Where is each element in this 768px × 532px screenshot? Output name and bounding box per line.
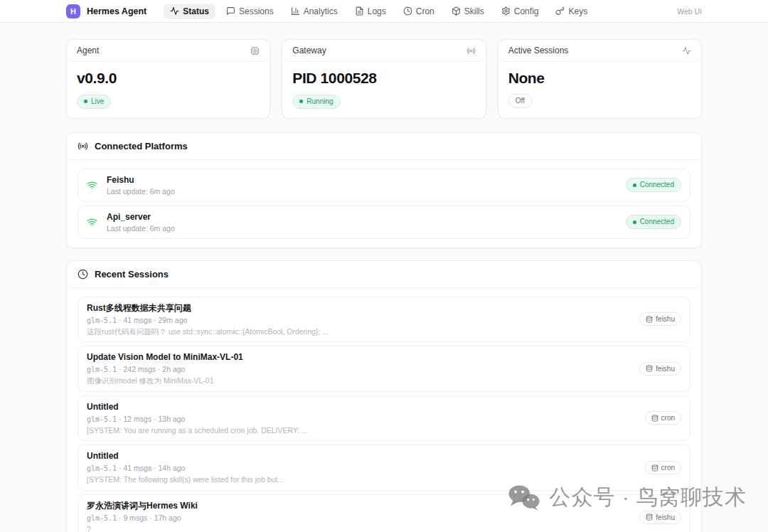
app-logo: H (66, 4, 80, 18)
broadcast-icon (466, 46, 476, 55)
clock-icon (403, 6, 412, 16)
session-row[interactable]: Update Vision Model to MiniMax-VL-01 glm… (78, 346, 690, 392)
main-nav: Status Sessions Analytics Logs Cron Skil… (164, 4, 594, 19)
badge-label: cron (661, 464, 675, 472)
database-icon (646, 514, 653, 521)
session-meta-rest: · 242 msgs · 2h ago (117, 365, 185, 373)
session-title: Untitled (87, 402, 308, 413)
session-meta-rest: · 41 msgs · 29m ago (117, 316, 187, 324)
session-source-badge: feishu (639, 362, 681, 376)
cpu-icon (250, 46, 260, 55)
platform-last-update: Last update: 6m ago (107, 187, 175, 196)
session-title: Update Vision Model to MiniMax-VL-01 (87, 352, 243, 363)
platform-name: Api_server (107, 212, 175, 222)
stat-card-row: Agent v0.9.0 Live Gateway PID 1000528 Ru… (66, 39, 702, 119)
session-row[interactable]: Untitled glm-5.1 · 12 msgs · 13h ago [SY… (78, 395, 690, 442)
status-dot (633, 220, 636, 224)
session-meta: glm-5.1 · 242 msgs · 2h ago (87, 365, 243, 374)
connected-platforms-section: Connected Platforms Feishu Last update: … (66, 132, 702, 248)
top-navigation-bar: H Hermes Agent Status Sessions Analytics… (0, 0, 768, 23)
session-row[interactable]: Rust多线程数据未共享问题 glm-5.1 · 41 msgs · 29m a… (78, 297, 690, 343)
agent-status-badge: Live (77, 95, 111, 109)
session-row[interactable]: Untitled glm-5.1 · 41 msgs · 14h ago [SY… (78, 445, 690, 491)
session-preview: 这段rust代码有问题吗？ use std::sync::atomic::{At… (87, 327, 329, 336)
badge-label: Off (516, 97, 525, 105)
package-icon (452, 6, 461, 16)
session-model: glm-5.1 (87, 415, 117, 423)
platform-name: Feishu (107, 175, 175, 185)
badge-label: cron (661, 414, 675, 422)
nav-tab-logs[interactable]: Logs (348, 4, 393, 19)
platform-row-feishu[interactable]: Feishu Last update: 6m ago Connected (78, 169, 690, 202)
nav-tab-label: Skills (464, 6, 484, 16)
session-source-badge: cron (645, 461, 681, 474)
nav-tab-label: Logs (368, 6, 386, 16)
session-source-badge: feishu (639, 312, 681, 326)
bar-chart-icon (291, 6, 300, 16)
session-title: 罗永浩演讲词与Hermes Wiki (87, 501, 198, 511)
badge-label: Connected (640, 181, 674, 188)
nav-tab-label: Sessions (239, 6, 274, 16)
app-title: Hermes Agent (87, 6, 146, 16)
session-title: Untitled (87, 451, 284, 462)
badge-label: feishu (656, 315, 675, 323)
session-model: glm-5.1 (87, 366, 117, 373)
session-title: Rust多线程数据未共享问题 (87, 303, 329, 314)
session-model: glm-5.1 (87, 464, 117, 472)
badge-label: Live (91, 98, 104, 105)
main-content: Agent v0.9.0 Live Gateway PID 1000528 Ru… (66, 23, 702, 532)
status-dot (299, 100, 303, 103)
nav-tab-label: Keys (568, 6, 587, 16)
session-meta: glm-5.1 · 12 msgs · 13h ago (87, 415, 308, 424)
agent-card-label: Agent (77, 46, 99, 55)
platform-status-badge: Connected (626, 215, 681, 229)
badge-label: Connected (640, 218, 674, 225)
session-preview: ? (87, 525, 198, 532)
session-preview: [SYSTEM: The following skill(s) were lis… (87, 475, 284, 484)
activity-icon (170, 6, 179, 16)
database-icon (646, 365, 653, 372)
nav-tab-keys[interactable]: Keys (549, 4, 594, 19)
wifi-icon (87, 180, 97, 191)
session-meta: glm-5.1 · 41 msgs · 14h ago (87, 464, 284, 473)
nav-tab-config[interactable]: Config (495, 4, 545, 19)
recent-sessions-section: Recent Sessions Rust多线程数据未共享问题 glm-5.1 ·… (66, 260, 702, 532)
session-model: glm-5.1 (87, 514, 117, 522)
nav-tab-analytics[interactable]: Analytics (284, 4, 344, 19)
nav-tab-status[interactable]: Status (164, 4, 215, 19)
session-meta: glm-5.1 · 9 msgs · 17h ago (87, 514, 198, 523)
nav-tab-label: Analytics (304, 6, 338, 16)
webui-label: Web UI (677, 7, 702, 16)
status-dot (84, 100, 87, 103)
active-sessions-value: None (508, 70, 691, 87)
platform-row-api-server[interactable]: Api_server Last update: 6m ago Connected (78, 206, 690, 239)
nav-tab-sessions[interactable]: Sessions (220, 4, 280, 19)
agent-card: Agent v0.9.0 Live (66, 39, 270, 119)
database-icon (646, 316, 653, 323)
database-icon (651, 464, 658, 472)
session-row[interactable]: 罗永浩演讲词与Hermes Wiki glm-5.1 · 9 msgs · 17… (78, 494, 690, 532)
nav-tab-cron[interactable]: Cron (397, 4, 441, 19)
session-meta-rest: · 12 msgs · 13h ago (117, 415, 185, 423)
session-meta: glm-5.1 · 41 msgs · 29m ago (87, 316, 329, 325)
activity-icon (682, 46, 691, 55)
nav-tab-skills[interactable]: Skills (445, 4, 491, 19)
gear-icon (501, 6, 511, 16)
badge-label: feishu (656, 365, 675, 373)
session-preview: [SYSTEM: You are running as a scheduled … (87, 426, 308, 435)
badge-label: Running (306, 98, 333, 105)
wifi-icon (87, 217, 97, 228)
session-model: glm-5.1 (87, 316, 117, 324)
platform-status-badge: Connected (626, 178, 681, 192)
nav-tab-label: Status (183, 6, 209, 16)
chat-icon (226, 6, 235, 16)
broadcast-icon (78, 141, 88, 151)
gateway-card: Gateway PID 1000528 Running (282, 39, 486, 119)
nav-tab-label: Config (514, 6, 539, 16)
gateway-status-badge: Running (292, 95, 340, 109)
key-icon (555, 6, 565, 16)
nav-tab-label: Cron (416, 6, 434, 16)
session-meta-rest: · 9 msgs · 17h ago (117, 514, 181, 522)
clock-icon (78, 269, 88, 280)
agent-version-value: v0.9.0 (77, 70, 260, 87)
